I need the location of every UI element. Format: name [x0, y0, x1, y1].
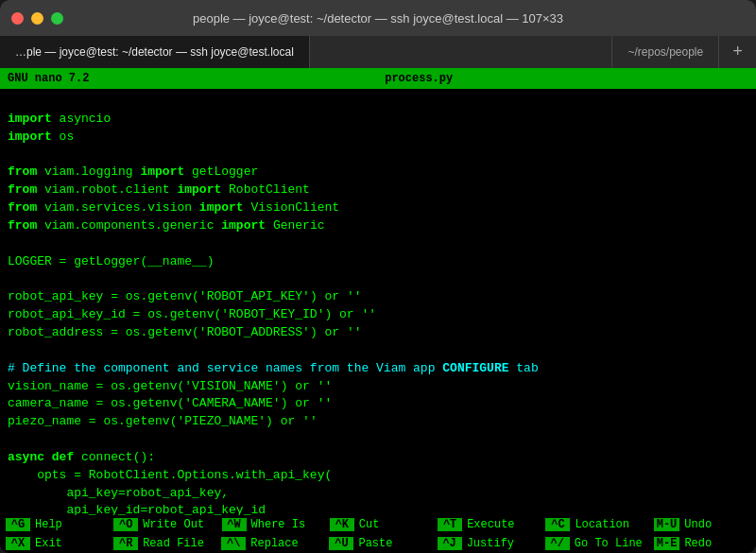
shortcut-key-cut: ^K [330, 518, 354, 531]
tab-ssh[interactable]: …ple — joyce@test: ~/detector — ssh joyc… [0, 36, 310, 68]
tab-spacer [310, 36, 613, 68]
shortcut-redo[interactable]: M-E Redo [648, 536, 756, 551]
code-line [8, 342, 748, 360]
shortcut-key-undo: M-U [654, 518, 680, 531]
window-title: people — joyce@test: ~/detector — ssh jo… [193, 11, 563, 26]
minimize-button[interactable] [31, 12, 43, 25]
code-line: piezo_name = os.getenv('PIEZO_NAME') or … [8, 413, 748, 431]
shortcut-key-readfile: ^R [113, 537, 138, 550]
traffic-lights [11, 12, 63, 25]
code-line [8, 270, 748, 288]
shortcut-key-gotoline: ^/ [545, 537, 570, 550]
shortcut-label-writeout: Write Out [143, 518, 204, 531]
code-line: api_key=robot_api_key, [8, 485, 748, 503]
shortcut-bar: ^G Help ^O Write Out ^W Where Is ^K Cut … [0, 515, 756, 553]
shortcut-label-justify: Justify [467, 537, 514, 550]
code-line: vision_name = os.getenv('VISION_NAME') o… [8, 378, 748, 396]
shortcut-key-justify: ^J [438, 537, 462, 550]
shortcut-location[interactable]: ^C Location [540, 517, 647, 532]
shortcut-key-redo: M-E [654, 537, 680, 550]
new-tab-button[interactable]: + [719, 36, 756, 68]
shortcut-label-gotoline: Go To Line [575, 537, 643, 550]
shortcut-readfile[interactable]: ^R Read File [108, 536, 215, 551]
shortcut-key-help: ^G [6, 518, 30, 531]
shortcut-key-paste: ^U [329, 537, 353, 550]
shortcut-undo[interactable]: M-U Undo [648, 517, 756, 532]
code-line: api_key_id=robot_api_key_id [8, 502, 748, 515]
code-line: robot_address = os.getenv('ROBOT_ADDRESS… [8, 324, 748, 342]
code-line: LOGGER = getLogger(__name__) [8, 253, 748, 271]
code-line: robot_api_key = os.getenv('ROBOT_API_KEY… [8, 288, 748, 306]
shortcut-label-paste: Paste [358, 537, 392, 550]
close-button[interactable] [11, 12, 24, 25]
code-line [8, 431, 748, 449]
shortcut-key-whereis: ^W [222, 518, 247, 531]
shortcut-gotoline[interactable]: ^/ Go To Line [540, 536, 648, 551]
code-line [8, 147, 748, 164]
shortcut-key-location: ^C [545, 518, 570, 531]
shortcut-label-readfile: Read File [143, 537, 204, 550]
code-line: # Define the component and service names… [8, 360, 748, 378]
title-bar: people — joyce@test: ~/detector — ssh jo… [0, 0, 756, 36]
shortcut-key-writeout: ^O [113, 518, 138, 531]
shortcut-label-redo: Redo [684, 537, 712, 550]
tab-ssh-label: …ple — joyce@test: ~/detector — ssh joyc… [15, 45, 294, 59]
code-line [8, 93, 748, 111]
shortcut-key-replace: ^\ [221, 537, 246, 550]
shortcut-help[interactable]: ^G Help [0, 517, 108, 532]
tab-bar: …ple — joyce@test: ~/detector — ssh joyc… [0, 36, 756, 68]
shortcut-label-undo: Undo [684, 518, 712, 531]
shortcut-execute[interactable]: ^T Execute [432, 517, 540, 532]
shortcut-label-location: Location [575, 518, 629, 531]
shortcut-row-1: ^G Help ^O Write Out ^W Where Is ^K Cut … [0, 515, 756, 534]
code-line: import os [8, 129, 748, 147]
shortcut-label-help: Help [35, 518, 62, 531]
code-line: camera_name = os.getenv('CAMERA_NAME') o… [8, 395, 748, 413]
shortcut-label-exit: Exit [35, 537, 62, 550]
terminal-window: people — joyce@test: ~/detector — ssh jo… [0, 0, 756, 553]
nano-filename: process.py [385, 72, 453, 85]
code-line: from viam.logging import getLogger [8, 164, 748, 181]
shortcut-exit[interactable]: ^X Exit [0, 536, 108, 551]
shortcut-key-exit: ^X [6, 537, 30, 550]
code-line: from viam.services.vision import VisionC… [8, 199, 748, 217]
shortcut-justify[interactable]: ^J Justify [432, 536, 540, 551]
shortcut-label-execute: Execute [467, 518, 514, 531]
maximize-button[interactable] [51, 12, 63, 25]
shortcut-cut[interactable]: ^K Cut [324, 517, 432, 532]
shortcut-key-execute: ^T [438, 518, 462, 531]
code-line: async def connect(): [8, 449, 748, 467]
code-line: import asyncio [8, 111, 748, 129]
editor-area: GNU nano 7.2 process.py import asyncio i… [0, 68, 756, 553]
code-line: from viam.robot.client import RobotClien… [8, 181, 748, 199]
code-editor[interactable]: import asyncio import os from viam.loggi… [0, 89, 756, 515]
tab-repos[interactable]: ~/repos/people [612, 36, 719, 68]
shortcut-row-2: ^X Exit ^R Read File ^\ Replace ^U Paste… [0, 534, 756, 553]
nano-version: GNU nano 7.2 [8, 72, 89, 85]
shortcut-writeout[interactable]: ^O Write Out [108, 517, 215, 532]
code-line [8, 235, 748, 253]
code-line: from viam.components.generic import Gene… [8, 217, 748, 235]
nano-header: GNU nano 7.2 process.py [0, 68, 756, 89]
shortcut-label-replace: Replace [250, 537, 298, 550]
code-line: opts = RobotClient.Options.with_api_key( [8, 467, 748, 485]
code-line: robot_api_key_id = os.getenv('ROBOT_KEY_… [8, 306, 748, 324]
tab-repos-label: ~/repos/people [627, 45, 703, 59]
shortcut-paste[interactable]: ^U Paste [323, 536, 431, 551]
shortcut-label-whereis: Where Is [251, 518, 306, 531]
shortcut-replace[interactable]: ^\ Replace [215, 536, 323, 551]
shortcut-label-cut: Cut [359, 518, 380, 531]
shortcut-whereis[interactable]: ^W Where Is [216, 517, 324, 532]
